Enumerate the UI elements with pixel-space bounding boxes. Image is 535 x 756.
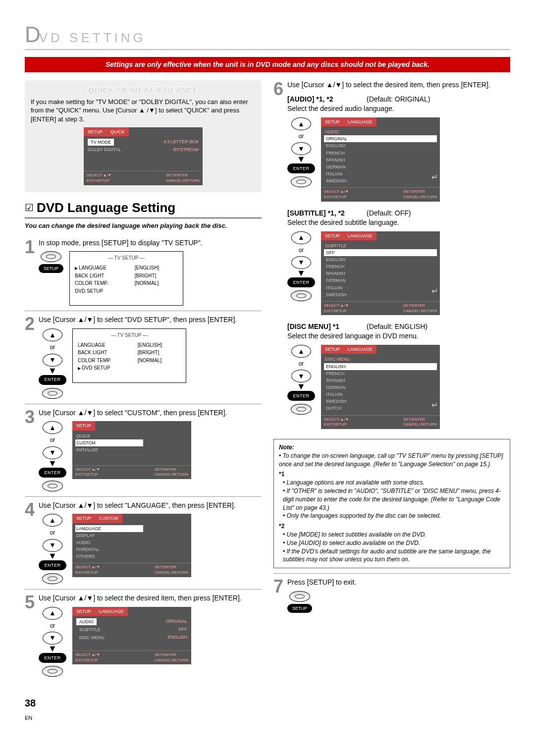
arrow-down-icon: ▼: [297, 384, 306, 389]
quick-title: QUICK MENU AT A GLANCE: [31, 85, 256, 95]
enter-button[interactable]: ENTER: [39, 468, 66, 478]
check-icon: ☑: [25, 201, 34, 215]
remote-setup: SETUP: [39, 251, 63, 273]
header-rest: VD SETTING: [39, 29, 146, 47]
osd-lang: SETUPLANGUAGE SUBTITLEOFFENGLISHFRENCHSP…: [321, 231, 440, 316]
cursor-up-button[interactable]: ▲: [43, 607, 62, 620]
arrow-down-icon: ▼: [48, 554, 57, 558]
step-3: 3 Use [Cursor ▲/▼] to select "CUSTOM", t…: [25, 404, 262, 497]
section-title: DVD Language Setting: [37, 199, 175, 216]
disc-icon: [42, 481, 63, 491]
cursor-down-button[interactable]: ▼: [43, 446, 62, 459]
cursor-down-button[interactable]: ▼: [291, 256, 311, 269]
enter-button[interactable]: ENTER: [39, 560, 66, 570]
cursor-up-button[interactable]: ▲: [43, 514, 62, 527]
disc-icon: [289, 591, 310, 602]
remote-cursor: ▲ or ▼ ▼ ENTER: [287, 231, 315, 301]
disc-icon: [42, 666, 63, 677]
return-arrow-icon: ↵: [431, 172, 438, 183]
disc-icon: [291, 176, 312, 187]
step-1: 1 In stop mode, press [SETUP] to display…: [25, 234, 262, 312]
disc-icon: [42, 573, 63, 584]
arrow-down-icon: ▼: [48, 369, 57, 373]
osd-lang: SETUPLANGUAGE AUDIOORIGINALENGLISHFRENCH…: [321, 117, 440, 202]
disc-icon: [41, 251, 61, 262]
remote-cursor: ▲ or ▼ ▼ ENTER: [39, 607, 66, 677]
enter-button[interactable]: ENTER: [39, 653, 66, 663]
remote-cursor: ▲ or ▼ ▼ ENTER: [39, 514, 66, 584]
step-6: 6 Use [Cursor ▲/▼] to select the desired…: [273, 80, 510, 434]
quick-text: If you make setting for "TV MODE" or "DO…: [31, 98, 256, 124]
return-arrow-icon: ↵: [431, 400, 438, 411]
cursor-down-button[interactable]: ▼: [43, 354, 62, 367]
remote-cursor: ▲ or ▼ ▼ ENTER: [39, 328, 66, 398]
remote-cursor: ▲ or ▼ ▼ ENTER: [39, 421, 66, 491]
disc-icon: [291, 290, 312, 301]
step-7: 7 Press [SETUP] to exit. SETUP: [273, 573, 510, 618]
return-arrow-icon: ↵: [431, 286, 438, 297]
osd-dark: SETUPCUSTOMLANGUAGEDISPLAYAUDIOPARENTALO…: [72, 514, 191, 577]
disc-icon: [42, 388, 63, 399]
cursor-down-button[interactable]: ▼: [43, 539, 62, 552]
arrow-down-icon: ▼: [297, 271, 306, 275]
cursor-down-button[interactable]: ▼: [291, 142, 311, 155]
enter-button[interactable]: ENTER: [287, 163, 315, 173]
setup-button[interactable]: SETUP: [287, 604, 312, 613]
osd-step1: — TV SETUP — LANGUAGE[ENGLISH] BACK LIGH…: [69, 251, 183, 306]
warning-bar: Settings are only effective when the uni…: [25, 57, 510, 72]
enter-button[interactable]: ENTER: [287, 391, 315, 401]
step-4: 4 Use [Cursor ▲/▼] to select "LANGUAGE",…: [25, 497, 262, 590]
cursor-up-button[interactable]: ▲: [43, 328, 62, 341]
cursor-down-button[interactable]: ▼: [43, 632, 62, 645]
enter-button[interactable]: ENTER: [39, 375, 66, 385]
disc-icon: [291, 404, 312, 415]
remote-setup: SETUP: [287, 591, 312, 613]
arrow-down-icon: ▼: [48, 461, 57, 466]
osd-lang: SETUPLANGUAGE DISC MENUENGLISHFRENCHSPAN…: [321, 345, 440, 429]
cursor-up-button[interactable]: ▲: [291, 117, 311, 130]
cursor-up-button[interactable]: ▲: [43, 421, 62, 434]
page-header: D VD SETTING: [25, 20, 510, 50]
quick-osd: SETUPQUICK TV MODE4:3 LETTER BOX DOLBY D…: [84, 127, 203, 185]
section-sub: You can change the desired language when…: [25, 221, 262, 230]
remote-cursor: ▲ or ▼ ▼ ENTER: [287, 117, 315, 187]
osd-dark: SETUPLANGUAGEAUDIOORIGINALSUBTITLEOFFDIS…: [72, 607, 191, 665]
cursor-up-button[interactable]: ▲: [291, 345, 311, 358]
note-box: Note: • To change the on-screen language…: [273, 439, 510, 568]
cursor-up-button[interactable]: ▲: [291, 231, 311, 244]
remote-cursor: ▲ or ▼ ▼ ENTER: [287, 345, 315, 415]
quick-menu-box: QUICK MENU AT A GLANCE If you make setti…: [25, 80, 262, 192]
page-number: 38EN: [25, 697, 510, 723]
osd-light: — TV SETUP —LANGUAGE[ENGLISH]BACK LIGHT[…: [72, 328, 186, 383]
enter-button[interactable]: ENTER: [287, 277, 315, 287]
osd-dark: SETUPQUICKCUSTOMINITIALIZESELECT:▲/▼ EXI…: [72, 421, 191, 479]
cursor-down-button[interactable]: ▼: [291, 370, 311, 382]
step-2: 2 Use [Cursor ▲/▼] to select "DVD SETUP"…: [25, 311, 262, 404]
arrow-down-icon: ▼: [297, 157, 306, 162]
step-5: 5 Use [Cursor ▲/▼] to select the desired…: [25, 590, 262, 682]
arrow-down-icon: ▼: [48, 647, 57, 651]
section-heading: ☑ DVD Language Setting: [25, 199, 262, 218]
setup-button[interactable]: SETUP: [39, 264, 63, 273]
